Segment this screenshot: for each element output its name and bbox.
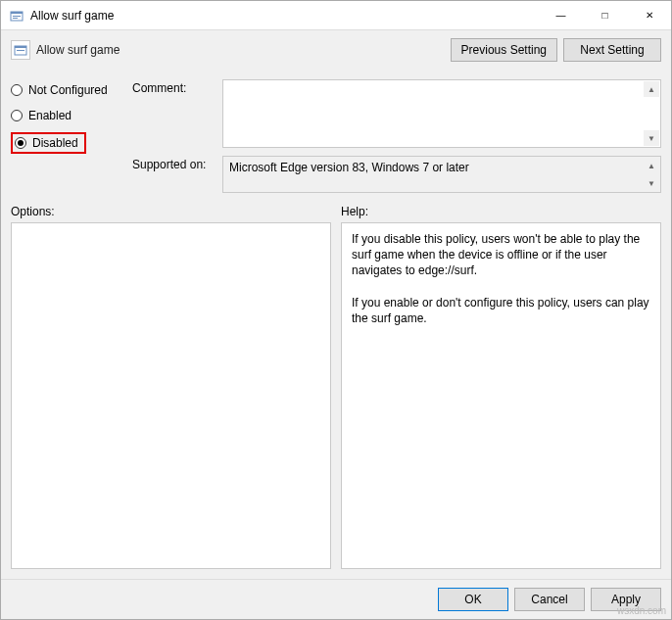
- help-panel: If you disable this policy, users won't …: [341, 222, 661, 569]
- previous-setting-button[interactable]: Previous Setting: [451, 38, 557, 62]
- titlebar: Allow surf game — □ ✕: [1, 1, 671, 30]
- svg-rect-6: [17, 50, 24, 51]
- supported-value: Microsoft Edge version 83, Windows 7 or …: [229, 161, 469, 174]
- radio-disabled-label: Disabled: [32, 136, 78, 150]
- options-label: Options:: [11, 205, 331, 218]
- supported-field: Microsoft Edge version 83, Windows 7 or …: [222, 156, 661, 193]
- comment-label: Comment:: [132, 79, 218, 148]
- svg-rect-2: [13, 16, 21, 17]
- radio-circle-icon: [11, 110, 23, 121]
- apply-button[interactable]: Apply: [591, 588, 661, 611]
- policy-header-title: Allow surf game: [36, 43, 451, 57]
- scroll-up-icon[interactable]: ▲: [644, 81, 659, 97]
- radio-not-configured[interactable]: Not Configured: [11, 81, 112, 99]
- svg-rect-1: [11, 12, 23, 14]
- scroll-down-icon[interactable]: ▼: [644, 175, 659, 191]
- policy-window: Allow surf game — □ ✕ Allow surf game Pr…: [0, 0, 672, 620]
- help-label: Help:: [341, 205, 661, 218]
- comment-field[interactable]: ▲ ▼: [222, 79, 661, 148]
- radio-enabled-label: Enabled: [28, 109, 72, 122]
- help-column: Help: If you disable this policy, users …: [341, 205, 661, 569]
- scroll-down-icon[interactable]: ▼: [644, 130, 659, 146]
- radio-dot-icon: [18, 140, 24, 146]
- maximize-button[interactable]: □: [583, 1, 627, 29]
- lower-row: Options: Help: If you disable this polic…: [11, 205, 661, 569]
- state-radio-group: Not Configured Enabled Disabled: [11, 79, 128, 193]
- radio-enabled[interactable]: Enabled: [11, 107, 75, 124]
- ok-button[interactable]: OK: [438, 588, 508, 611]
- radio-circle-icon: [11, 84, 23, 96]
- policy-icon: [9, 8, 24, 24]
- policy-header-icon: [11, 40, 30, 60]
- svg-rect-3: [13, 18, 18, 19]
- supported-label: Supported on:: [132, 156, 218, 193]
- options-column: Options:: [11, 205, 331, 569]
- options-panel[interactable]: [11, 222, 331, 569]
- config-grid: Not Configured Enabled Disabled Comment:…: [11, 79, 661, 193]
- header-row: Allow surf game Previous Setting Next Se…: [11, 38, 661, 62]
- window-controls: — □ ✕: [539, 1, 671, 29]
- scroll-up-icon[interactable]: ▲: [644, 158, 659, 173]
- next-setting-button[interactable]: Next Setting: [563, 38, 661, 62]
- cancel-button[interactable]: Cancel: [514, 588, 585, 611]
- radio-disabled[interactable]: Disabled: [11, 132, 86, 154]
- nav-buttons: Previous Setting Next Setting: [451, 38, 661, 62]
- radio-circle-icon: [15, 137, 26, 149]
- close-button[interactable]: ✕: [627, 1, 671, 29]
- content-area: Allow surf game Previous Setting Next Se…: [1, 30, 671, 579]
- footer: OK Cancel Apply: [1, 579, 671, 619]
- minimize-button[interactable]: —: [539, 1, 583, 29]
- svg-rect-5: [15, 46, 26, 48]
- radio-not-configured-label: Not Configured: [28, 83, 108, 97]
- window-title: Allow surf game: [30, 9, 539, 23]
